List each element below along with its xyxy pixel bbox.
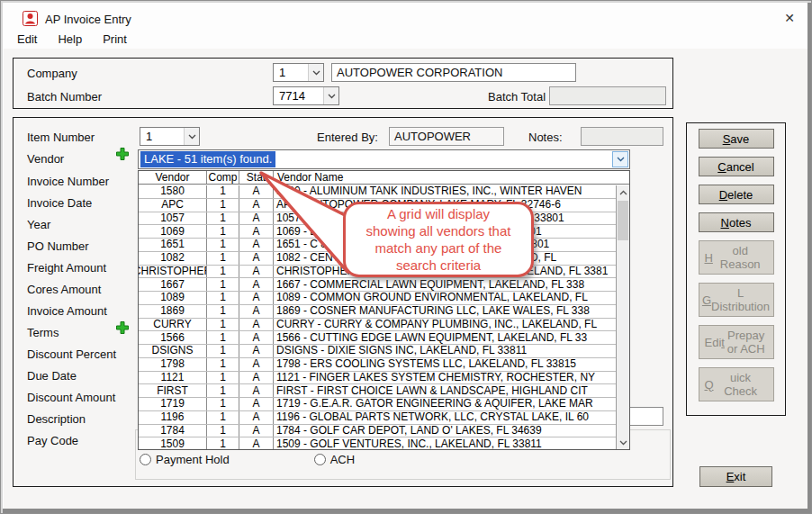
field-label: Invoice Amount <box>27 304 107 318</box>
table-row[interactable]: 1667 1 A 1667 - COMMERCIAL LAWN EQUIPMEN… <box>139 278 616 292</box>
close-icon[interactable]: ✕ <box>780 11 799 29</box>
table-row[interactable]: CURRY 1 A CURRY - CURRY & COMPANY PLUMBI… <box>139 319 616 332</box>
table-row[interactable]: 1089 1 A 1089 - COMMON GROUND ENVIRONMEN… <box>139 292 616 305</box>
item-number-label: Item Number <box>27 131 95 144</box>
callout-balloon: A grid will displayshowing all vendors t… <box>343 202 534 277</box>
batch-total-field[interactable] <box>549 86 666 105</box>
company-label: Company <box>27 67 77 80</box>
scroll-up-icon[interactable] <box>617 185 629 199</box>
batch-number-select[interactable]: 7714 <box>273 86 339 105</box>
grid-header-row: Vendor Comp Stat Vendor Name <box>139 171 629 185</box>
field-label: Year <box>27 218 50 231</box>
table-row[interactable]: 1566 1 A 1566 - CUTTING EDGE LAWN EQUIPM… <box>139 331 616 345</box>
item-number-select[interactable]: 1 <box>140 127 200 146</box>
grid-scrollbar[interactable] <box>616 185 629 449</box>
action-button: Hold Reason <box>699 240 774 275</box>
action-buttons: SaveCancelDeleteNotesHold ReasonGL Distr… <box>692 129 780 401</box>
ap-invoice-entry-window: AP Invoice Entry ✕ EditHelpPrint Company… <box>0 0 812 514</box>
table-row[interactable]: 1869 1 A 1869 - COSNER MANUFACTURING LLC… <box>139 305 616 319</box>
field-label: Pay Code <box>27 434 78 447</box>
batch-number-label: Batch Number <box>27 90 102 104</box>
field-label: Freight Amount <box>27 261 106 275</box>
field-label: Due Date <box>27 369 77 383</box>
table-row[interactable]: 1798 1 A 1798 - ERS COOLING SYSTEMS LLC,… <box>139 358 616 372</box>
callout-text-line: match any part of the <box>375 239 502 257</box>
action-button: Quick Check <box>699 367 774 401</box>
action-button: Edit Prepay or ACH <box>699 325 774 359</box>
menu-item[interactable]: Edit <box>14 31 40 49</box>
entered-by-label: Entered By: <box>317 131 378 144</box>
field-label: Discount Percent <box>27 347 116 361</box>
field-label: Cores Amount <box>27 283 101 296</box>
menu-bar: EditHelpPrint <box>0 31 130 49</box>
company-name-field[interactable]: AUTOPOWER CORPORATION <box>331 63 576 82</box>
chevron-down-icon[interactable] <box>308 64 323 81</box>
vendor-search-selected-text: LAKE - 51 item(s) found. <box>140 151 275 167</box>
notes-field[interactable] <box>581 127 663 146</box>
callout-text-line: A grid will display <box>387 205 490 222</box>
notes-label: Notes: <box>528 131 563 144</box>
entered-by-field[interactable]: AUTOPOWER <box>389 127 504 146</box>
table-row[interactable]: DSIGNS 1 A DSIGNS - DIXIE SIGNS INC, LAK… <box>139 345 616 358</box>
vendor-search-input[interactable]: LAKE - 51 item(s) found. <box>138 149 630 169</box>
exit-button[interactable]: Exit <box>699 466 772 487</box>
chevron-down-icon[interactable] <box>323 87 338 104</box>
menu-item[interactable]: Print <box>100 31 130 49</box>
chevron-down-icon[interactable] <box>612 151 628 167</box>
chevron-down-icon[interactable] <box>184 128 199 145</box>
action-button[interactable]: Notes <box>699 212 774 232</box>
table-row[interactable]: FIRST 1 A FIRST - FIRST CHOICE LAWN & LA… <box>139 384 616 398</box>
field-label: PO Number <box>27 239 89 253</box>
radio-circle-icon[interactable] <box>140 454 151 465</box>
vendor-label: Vendor <box>27 152 64 166</box>
field-label: Discount Amount <box>27 391 115 404</box>
radio-option[interactable]: Payment Hold <box>140 453 230 466</box>
callout-text-line: showing all vendors that <box>366 222 511 239</box>
column-header-stat[interactable]: Stat <box>239 171 274 184</box>
menu-item[interactable]: Help <box>55 31 85 49</box>
action-button: GL Distribution <box>699 283 774 317</box>
table-row[interactable]: 1719 1 A 1719 - G.E.A.R. GATOR ENGINEERI… <box>139 398 616 411</box>
window-title: AP Invoice Entry <box>45 13 131 26</box>
batch-total-label: Batch Total <box>488 90 546 104</box>
add-terms-icon[interactable] <box>115 320 130 335</box>
action-button[interactable]: Save <box>699 129 774 149</box>
title-bar: AP Invoice Entry ✕ <box>0 0 812 31</box>
radio-circle-icon[interactable] <box>314 454 326 465</box>
radio-option[interactable]: ACH <box>314 453 355 466</box>
field-label: Description <box>27 412 86 426</box>
table-row[interactable]: 1509 1 A 1509 - GOLF VENTURES, INC., LAK… <box>139 437 616 449</box>
app-logo-icon <box>23 11 38 26</box>
field-label: Invoice Number <box>27 175 109 188</box>
column-header-comp[interactable]: Comp <box>207 171 239 184</box>
exit-button-area: Exit <box>699 466 772 487</box>
column-header-vendor-name[interactable]: Vendor Name <box>274 171 629 184</box>
callout-text-line: search criteria <box>396 257 481 274</box>
action-button[interactable]: Cancel <box>699 157 774 176</box>
table-row[interactable]: 1580 1 A 1580 - ALUMINUM TANK INDUSTRIES… <box>139 185 616 199</box>
scroll-down-icon[interactable] <box>617 436 629 449</box>
table-row[interactable]: 1784 1 A 1784 - GOLF CAR DEPOT, LAND O' … <box>139 425 616 438</box>
field-label: Terms <box>27 326 59 339</box>
add-vendor-icon[interactable] <box>115 147 130 161</box>
action-button[interactable]: Delete <box>699 185 774 204</box>
table-row[interactable]: 1196 1 A 1196 - GLOBAL PARTS NETWORK, LL… <box>139 411 616 425</box>
column-header-vendor[interactable]: Vendor <box>139 171 207 184</box>
table-row[interactable]: 1121 1 A 1121 - FINGER LAKES SYSTEM CHEM… <box>139 372 616 385</box>
scrollbar-thumb[interactable] <box>618 201 628 240</box>
payment-options: Payment Hold ACH <box>140 453 355 466</box>
field-label: Invoice Date <box>27 196 92 210</box>
company-select[interactable]: 1 <box>273 63 324 82</box>
